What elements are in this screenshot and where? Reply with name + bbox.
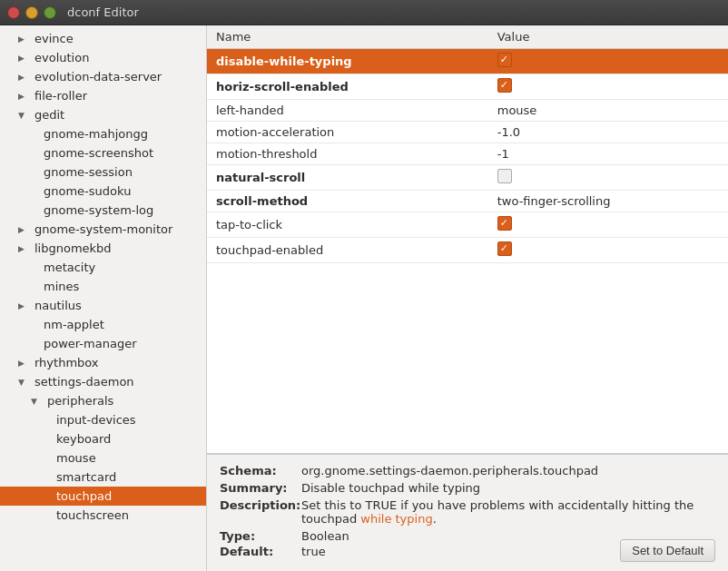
sidebar-item-label: settings-daemon	[34, 375, 134, 389]
summary-row: Summary: Disable touchpad while typing	[220, 481, 715, 495]
setting-name-cell: motion-threshold	[207, 143, 488, 165]
table-row[interactable]: motion-acceleration-1.0	[207, 122, 728, 143]
description-link: while typing	[360, 512, 432, 526]
sidebar-item-mouse[interactable]: mouse	[0, 448, 206, 468]
sidebar-item-label: metacity	[44, 261, 95, 274]
summary-label: Summary:	[220, 481, 301, 495]
setting-value-cell	[488, 212, 728, 238]
setting-name-cell: scroll-method	[207, 191, 488, 212]
table-body: disable-while-typinghoriz-scroll-enabled…	[207, 49, 728, 263]
sidebar-item-gnome-system-log[interactable]: gnome-system-log	[0, 201, 206, 220]
checkbox-checked-icon[interactable]	[497, 216, 512, 231]
titlebar: dconf Editor	[0, 0, 728, 25]
sidebar-item-nm-applet[interactable]: nm-applet	[0, 315, 206, 334]
sidebar-item-settings-daemon[interactable]: ▼settings-daemon	[0, 372, 206, 391]
checkbox-checked-icon[interactable]	[497, 78, 512, 93]
sidebar-item-gnome-mahjongg[interactable]: gnome-mahjongg	[0, 124, 206, 143]
setting-value-cell	[488, 238, 728, 263]
table-row[interactable]: tap-to-click	[207, 212, 728, 238]
setting-name-cell: tap-to-click	[207, 212, 488, 238]
tree-arrow-icon: ▶	[18, 225, 31, 234]
sidebar-item-evince[interactable]: ▶evince	[0, 29, 206, 48]
checkbox-unchecked-icon[interactable]	[497, 169, 512, 183]
description-value: Set this to TRUE if you have problems wi…	[301, 498, 715, 526]
col-name-header: Name	[207, 25, 488, 49]
description-row: Description: Set this to TRUE if you hav…	[220, 498, 715, 526]
sidebar-item-label: gnome-system-log	[44, 203, 153, 217]
sidebar-item-label: gnome-screenshot	[44, 146, 153, 160]
setting-value-cell	[488, 49, 728, 74]
sidebar-item-label: gnome-sudoku	[44, 184, 131, 198]
sidebar-item-gnome-screenshot[interactable]: gnome-screenshot	[0, 143, 206, 162]
maximize-button[interactable]	[44, 6, 56, 19]
sidebar-item-evolution[interactable]: ▶evolution	[0, 48, 206, 67]
sidebar-item-nautilus[interactable]: ▶nautilus	[0, 296, 206, 315]
sidebar-item-label: rhythmbox	[34, 356, 99, 369]
table-row[interactable]: motion-threshold-1	[207, 143, 728, 165]
sidebar-item-touchscreen[interactable]: touchscreen	[0, 506, 206, 525]
sidebar-item-input-devices[interactable]: input-devices	[0, 410, 206, 429]
sidebar-item-smartcard[interactable]: smartcard	[0, 468, 206, 487]
table-header-row: Name Value	[207, 25, 728, 49]
setting-name-cell: left-handed	[207, 100, 488, 122]
tree-arrow-icon: ▶	[18, 34, 31, 44]
sidebar-item-power-manager[interactable]: power-manager	[0, 334, 206, 353]
setting-value-cell: two-finger-scrolling	[488, 191, 728, 212]
tree-arrow-icon: ▼	[18, 378, 31, 387]
set-to-default-button[interactable]: Set to Default	[620, 539, 715, 562]
sidebar-item-gedit[interactable]: ▼gedit	[0, 105, 206, 124]
sidebar-item-label: libgnomekbd	[34, 241, 112, 255]
sidebar-item-evolution-data-server[interactable]: ▶evolution-data-server	[0, 67, 206, 86]
table-row[interactable]: horiz-scroll-enabled	[207, 74, 728, 100]
sidebar-item-label: power-manager	[44, 337, 136, 350]
sidebar-item-label: mouse	[56, 451, 96, 465]
sidebar-item-gnome-sudoku[interactable]: gnome-sudoku	[0, 182, 206, 201]
sidebar-item-metacity[interactable]: metacity	[0, 258, 206, 277]
type-default-section: Type: Boolean Default: true	[220, 529, 620, 562]
app-container: ▶evince▶evolution▶evolution-data-server▶…	[0, 25, 728, 571]
tree-arrow-icon: ▼	[18, 111, 31, 120]
close-button[interactable]	[7, 6, 20, 19]
sidebar-item-label: gnome-system-monitor	[34, 222, 172, 236]
tree-arrow-icon: ▶	[18, 301, 31, 310]
sidebar-item-rhythmbox[interactable]: ▶rhythmbox	[0, 353, 206, 372]
schema-row: Schema: org.gnome.settings-daemon.periph…	[220, 464, 715, 477]
sidebar-item-label: gnome-session	[44, 165, 133, 179]
setting-name-cell: disable-while-typing	[207, 49, 488, 74]
main-content: Name Value disable-while-typinghoriz-scr…	[207, 25, 728, 571]
setting-name-cell: touchpad-enabled	[207, 238, 488, 263]
sidebar-item-mines[interactable]: mines	[0, 277, 206, 296]
sidebar-item-gnome-system-monitor[interactable]: ▶gnome-system-monitor	[0, 220, 206, 239]
table-row[interactable]: disable-while-typing	[207, 49, 728, 74]
info-bottom-row: Type: Boolean Default: true Set to Defau…	[220, 529, 715, 562]
setting-name-cell: horiz-scroll-enabled	[207, 74, 488, 100]
minimize-button[interactable]	[25, 6, 38, 19]
window-title: dconf Editor	[67, 5, 139, 19]
sidebar-item-label: gnome-mahjongg	[44, 127, 148, 141]
sidebar-item-label: touchpad	[56, 489, 112, 503]
table-row[interactable]: natural-scroll	[207, 165, 728, 191]
sidebar-item-file-roller[interactable]: ▶file-roller	[0, 86, 206, 105]
settings-table-area: Name Value disable-while-typinghoriz-scr…	[207, 25, 728, 454]
sidebar-item-keyboard[interactable]: keyboard	[0, 429, 206, 448]
sidebar-item-libgnomekbd[interactable]: ▶libgnomekbd	[0, 239, 206, 258]
sidebar-item-label: evince	[34, 32, 74, 45]
sidebar: ▶evince▶evolution▶evolution-data-server▶…	[0, 25, 207, 571]
sidebar-item-label: evolution	[34, 51, 89, 64]
sidebar-item-peripherals[interactable]: ▼peripherals	[0, 391, 206, 410]
sidebar-item-label: mines	[44, 280, 79, 293]
checkbox-checked-icon[interactable]	[497, 241, 512, 256]
col-value-header: Value	[488, 25, 728, 49]
table-row[interactable]: scroll-methodtwo-finger-scrolling	[207, 191, 728, 212]
sidebar-item-label: gedit	[34, 108, 64, 122]
description-label: Description:	[220, 498, 301, 512]
checkbox-checked-icon[interactable]	[497, 53, 512, 67]
sidebar-item-gnome-session[interactable]: gnome-session	[0, 162, 206, 182]
table-row[interactable]: touchpad-enabled	[207, 238, 728, 263]
table-row[interactable]: left-handedmouse	[207, 100, 728, 122]
settings-table: Name Value disable-while-typinghoriz-scr…	[207, 25, 728, 263]
default-row: Default: true	[220, 545, 620, 558]
setting-value-cell: -1	[488, 143, 728, 165]
sidebar-item-touchpad[interactable]: touchpad	[0, 487, 206, 506]
sidebar-item-label: keyboard	[56, 432, 111, 446]
